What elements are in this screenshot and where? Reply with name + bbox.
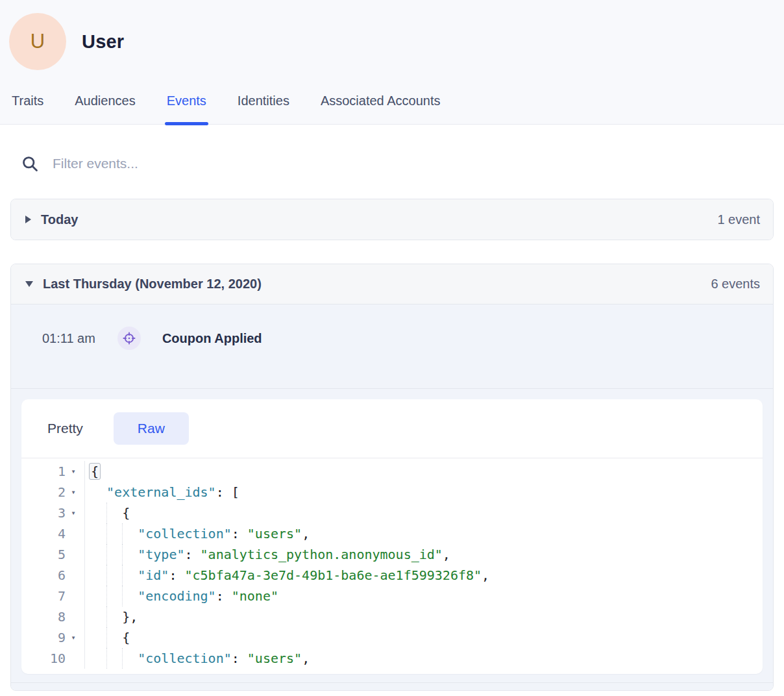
line-number: 3 [21, 503, 66, 523]
tab-events[interactable]: Events [167, 93, 206, 124]
payload-area: Pretty Raw 1▾{2▾"external_ids": [3▾{4"co… [11, 388, 773, 682]
code-token-punc: : [169, 567, 184, 583]
line-gutter: 6 [21, 565, 85, 586]
line-number: 9 [21, 627, 66, 648]
code-line-text: "external_ids": [ [85, 482, 239, 503]
indent-guide [106, 503, 122, 523]
line-number: 7 [21, 586, 66, 606]
indent-guide [122, 544, 138, 565]
code-token-key: "type" [138, 547, 184, 562]
code-token-key: "encoding" [138, 588, 215, 604]
line-gutter: 9▾ [21, 627, 85, 648]
event-row[interactable]: 01:11 am Coupon Applied [11, 304, 773, 388]
indent-guide [106, 523, 122, 544]
code-token-punc: : [ [216, 484, 239, 500]
code-token-key: "collection" [138, 651, 232, 666]
indent-guide [91, 648, 106, 669]
payload-view-toggle: Pretty Raw [21, 399, 763, 458]
raw-tab[interactable]: Raw [114, 412, 189, 445]
fold-arrow-icon[interactable]: ▾ [66, 461, 81, 482]
indent-guide [91, 627, 106, 648]
event-time: 01:11 am [42, 327, 95, 350]
code-line: 2▾"external_ids": [ [21, 482, 763, 503]
indent-guide [91, 606, 106, 627]
target-icon [122, 331, 136, 345]
code-token-punc: { [122, 505, 130, 521]
search-icon [21, 155, 39, 173]
line-number: 8 [21, 606, 66, 627]
code-line-text: { [85, 627, 130, 648]
code-area[interactable]: 1▾{2▾"external_ids": [3▾{4"collection": … [21, 458, 763, 674]
profile-header: U User Traits Audiences Events Identitie… [0, 0, 784, 125]
line-gutter: 5 [21, 544, 85, 565]
code-line-text: "collection": "users", [85, 523, 310, 544]
code-token-punc: : [216, 588, 232, 604]
search-input[interactable] [53, 156, 763, 171]
section-last-thursday: Last Thursday (November 12, 2020) 6 even… [10, 264, 774, 691]
fold-arrow-icon[interactable]: ▾ [66, 503, 81, 523]
tab-identities[interactable]: Identities [238, 93, 289, 124]
tab-traits[interactable]: Traits [12, 93, 43, 124]
code-token-punc: : [232, 526, 247, 541]
events-content: Today 1 event Last Thursday (November 12… [0, 125, 784, 691]
section-today: Today 1 event [10, 199, 774, 240]
indent-guide [106, 586, 122, 606]
code-token-punc: , [443, 547, 450, 562]
indent-guide [106, 627, 122, 648]
code-line-text: { [85, 461, 101, 482]
section-today-header[interactable]: Today 1 event [11, 199, 773, 240]
tab-audiences[interactable]: Audiences [75, 93, 135, 124]
line-number: 6 [21, 565, 66, 586]
indent-guide [91, 503, 106, 523]
code-line: 5"type": "analytics_python.anonymous_id"… [21, 544, 763, 565]
code-token-str: "c5bfa47a-3e7d-49b1-ba6e-ae1f599326f8" [185, 567, 482, 583]
page-title: User [82, 31, 124, 53]
code-line: 4"collection": "users", [21, 523, 763, 544]
line-gutter: 7 [21, 586, 85, 606]
next-event-row-partial [11, 682, 773, 690]
section-title: Today [41, 212, 78, 227]
line-number: 1 [21, 461, 66, 482]
indent-guide [91, 565, 106, 586]
indent-guide [91, 523, 106, 544]
code-token-key: "collection" [138, 526, 232, 541]
indent-guide [91, 586, 106, 606]
code-line-text: "encoding": "none" [85, 586, 278, 606]
section-last-thursday-header[interactable]: Last Thursday (November 12, 2020) 6 even… [11, 264, 773, 304]
indent-guide [122, 523, 138, 544]
fold-arrow-icon[interactable]: ▾ [66, 627, 81, 648]
event-icon-circle [117, 327, 141, 350]
line-number: 2 [21, 482, 66, 503]
event-count-badge: 6 events [711, 277, 760, 292]
line-gutter: 1▾ [21, 461, 85, 482]
indent-guide [106, 544, 122, 565]
code-token-punc: }, [122, 609, 138, 625]
indent-guide [122, 586, 138, 606]
indent-guide [122, 648, 138, 669]
avatar-letter: U [31, 30, 45, 53]
tab-bar: Traits Audiences Events Identities Assoc… [0, 93, 784, 124]
line-number: 4 [21, 523, 66, 544]
code-line: 3▾{ [21, 503, 763, 523]
header-top: U User [0, 0, 784, 70]
code-token-punc: { [122, 630, 130, 645]
code-token-punc: , [302, 526, 310, 541]
fold-arrow-icon[interactable]: ▾ [66, 482, 81, 503]
tab-associated-accounts[interactable]: Associated Accounts [321, 93, 441, 124]
code-line-text: "collection": "users", [85, 648, 310, 669]
code-token-punc: : [232, 651, 247, 666]
line-number: 10 [21, 648, 66, 669]
line-gutter: 2▾ [21, 482, 85, 503]
code-line: 9▾{ [21, 627, 763, 648]
code-token-str: "users" [247, 526, 302, 541]
code-line: 6"id": "c5bfa47a-3e7d-49b1-ba6e-ae1f5993… [21, 565, 763, 586]
code-token-punc: , [302, 651, 310, 666]
code-token-str: "none" [232, 588, 278, 604]
code-line-text: "id": "c5bfa47a-3e7d-49b1-ba6e-ae1f59932… [85, 565, 489, 586]
code-token-str: "analytics_python.anonymous_id" [201, 547, 443, 562]
code-token-str: "users" [247, 651, 302, 666]
pretty-tab[interactable]: Pretty [47, 421, 83, 436]
code-line: 1▾{ [21, 461, 763, 482]
indent-guide [106, 648, 122, 669]
indent-guide [122, 565, 138, 586]
